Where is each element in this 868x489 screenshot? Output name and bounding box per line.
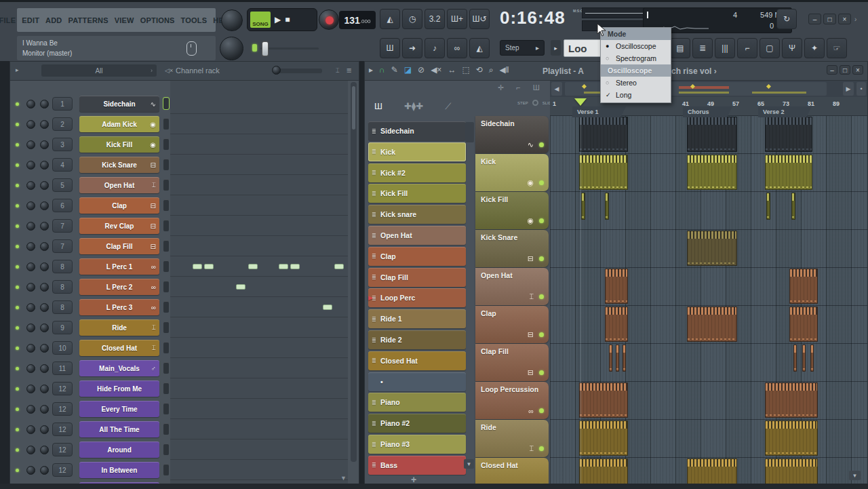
record-button[interactable] xyxy=(319,9,339,30)
track-header[interactable]: Loop Percussion∞ xyxy=(475,382,549,419)
track-header[interactable]: Clap Fill⊟ xyxy=(475,344,549,381)
channel-mute-box[interactable] xyxy=(163,444,169,455)
channel-number[interactable]: 4 xyxy=(52,158,73,172)
pattern-clip[interactable] xyxy=(579,117,628,152)
track-lane[interactable] xyxy=(550,344,868,382)
pattern-item[interactable]: ≣Bass xyxy=(368,456,466,475)
channel-mute-box[interactable] xyxy=(163,179,169,191)
channel-number[interactable]: 6 xyxy=(52,199,73,212)
channel-mute-box[interactable] xyxy=(163,98,169,109)
channel-volume-knob[interactable] xyxy=(40,283,49,292)
channel-pan-knob[interactable] xyxy=(26,242,35,251)
channel-pan-knob[interactable] xyxy=(26,324,35,332)
context-menu-item-stereo[interactable]: ○Stereo xyxy=(601,77,671,89)
channel-pan-knob[interactable] xyxy=(26,385,35,393)
track-lane[interactable] xyxy=(550,420,868,458)
stop-button[interactable]: ■ xyxy=(285,15,290,24)
channel-number[interactable]: 11 xyxy=(52,361,73,375)
pattern-clip[interactable] xyxy=(623,345,626,372)
link-icon[interactable]: ∞ xyxy=(447,38,467,58)
track-led-icon[interactable] xyxy=(539,180,544,185)
channel-volume-knob[interactable] xyxy=(40,466,49,475)
pattern-clip[interactable] xyxy=(789,269,818,304)
track-lane[interactable] xyxy=(550,154,868,192)
channel-volume-knob[interactable] xyxy=(40,222,49,231)
shuffle-slider[interactable] xyxy=(260,47,319,50)
pattern-clip[interactable] xyxy=(605,269,628,304)
channel-mute-box[interactable] xyxy=(163,199,169,211)
pattern-clip[interactable] xyxy=(605,193,609,220)
draw-icon[interactable]: ✎ xyxy=(391,65,398,75)
pattern-clip[interactable] xyxy=(765,420,818,456)
channel-mute-box[interactable] xyxy=(163,464,169,475)
channel-pan-knob[interactable] xyxy=(26,466,35,475)
channel-volume-knob[interactable] xyxy=(40,262,49,271)
track-move-icon[interactable]: ✛ xyxy=(498,83,504,92)
channel-pan-knob[interactable] xyxy=(26,100,35,109)
pattern-clip[interactable] xyxy=(605,307,628,342)
playlist-maximize-button[interactable]: □ xyxy=(840,65,850,75)
pattern-item[interactable]: ≣Open Hat xyxy=(368,226,466,245)
channel-led-icon[interactable] xyxy=(16,469,19,472)
channel-pan-knob[interactable] xyxy=(26,405,35,414)
channel-button[interactable]: Closed Hat⌶ xyxy=(79,340,159,356)
tab-patterns-icon[interactable]: Ш xyxy=(374,101,382,112)
pattern-clip[interactable] xyxy=(810,345,814,372)
channel-button[interactable]: Kick Fill◉ xyxy=(79,136,159,153)
track-led-icon[interactable] xyxy=(539,332,544,337)
pattern-clip[interactable] xyxy=(802,345,806,372)
channel-led-icon[interactable] xyxy=(16,123,19,126)
track-header[interactable]: Clap⊟ xyxy=(475,306,549,343)
pattern-clip[interactable] xyxy=(765,117,812,152)
menu-item-file[interactable]: FILE xyxy=(0,16,16,24)
seek-icon[interactable]: ↔ xyxy=(448,65,456,75)
step-cell[interactable] xyxy=(334,264,344,269)
channel-button[interactable]: L Perc 3∞ xyxy=(79,299,159,315)
channel-volume-knob[interactable] xyxy=(40,303,49,312)
channel-number[interactable]: 8 xyxy=(52,280,73,294)
rack-speaker-icon[interactable]: ◁× xyxy=(165,67,173,74)
rack-scrollbar-thumb[interactable] xyxy=(352,86,355,130)
menubar[interactable]: FILEEDITADDPATTERNSVIEWOPTIONSTOOLSHELP xyxy=(17,8,216,32)
channel-mute-box[interactable] xyxy=(163,362,169,374)
channel-number[interactable]: 8 xyxy=(52,260,73,273)
rack-scrollbar[interactable] xyxy=(351,82,357,462)
channel-mute-box[interactable] xyxy=(163,118,169,130)
channel-led-icon[interactable] xyxy=(16,428,19,431)
channel-button[interactable]: L Perc 2∞ xyxy=(79,279,159,295)
pattern-item[interactable]: ≣Ride 1 xyxy=(368,309,466,328)
context-menu-item-spectrogram[interactable]: ○Spectrogram xyxy=(601,52,671,64)
wait-input-icon[interactable]: ◷ xyxy=(402,9,422,29)
channel-led-icon[interactable] xyxy=(16,306,19,309)
channel-pan-knob[interactable] xyxy=(26,222,35,231)
channel-volume-knob[interactable] xyxy=(40,242,49,251)
scroll-left-button[interactable]: ◀ xyxy=(551,82,562,96)
channel-button[interactable]: Clap Fill⊟ xyxy=(79,238,159,254)
step-cell[interactable] xyxy=(236,284,245,290)
channel-pan-knob[interactable] xyxy=(26,120,35,129)
play-button[interactable]: ▶ xyxy=(275,15,281,24)
channel-mute-box[interactable] xyxy=(163,321,169,333)
channel-volume-knob[interactable] xyxy=(40,140,49,149)
track-lane[interactable] xyxy=(550,382,868,420)
channel-pan-knob[interactable] xyxy=(26,262,35,271)
close-button[interactable]: × xyxy=(838,14,851,24)
channel-button[interactable]: Rev Clap⊟ xyxy=(79,218,159,234)
step-cell[interactable] xyxy=(193,264,202,269)
pattern-item[interactable]: ≣Clap xyxy=(368,247,466,266)
song-marker[interactable]: Chorus xyxy=(683,106,732,117)
channel-mute-box[interactable] xyxy=(163,383,169,394)
track-lane[interactable] xyxy=(550,230,868,268)
tab-audio-icon[interactable]: ✚⧫✚ xyxy=(404,101,423,112)
channel-button[interactable]: Sidechain∿ xyxy=(79,96,159,112)
preview-speaker-icon[interactable]: ◀‖ xyxy=(500,65,509,75)
channel-volume-knob[interactable] xyxy=(40,385,49,393)
channel-button[interactable]: Kick Snare⊟ xyxy=(79,157,159,173)
track-lane[interactable] xyxy=(550,306,868,344)
slip-icon[interactable]: ⊘ xyxy=(418,65,425,75)
browser-icon[interactable]: ⌐ xyxy=(737,38,757,58)
channel-mute-box[interactable] xyxy=(163,260,169,272)
shuffle-slider-handle[interactable] xyxy=(262,41,269,56)
channel-pan-knob[interactable] xyxy=(26,283,35,292)
channel-button[interactable]: Ride⌶ xyxy=(79,319,159,336)
